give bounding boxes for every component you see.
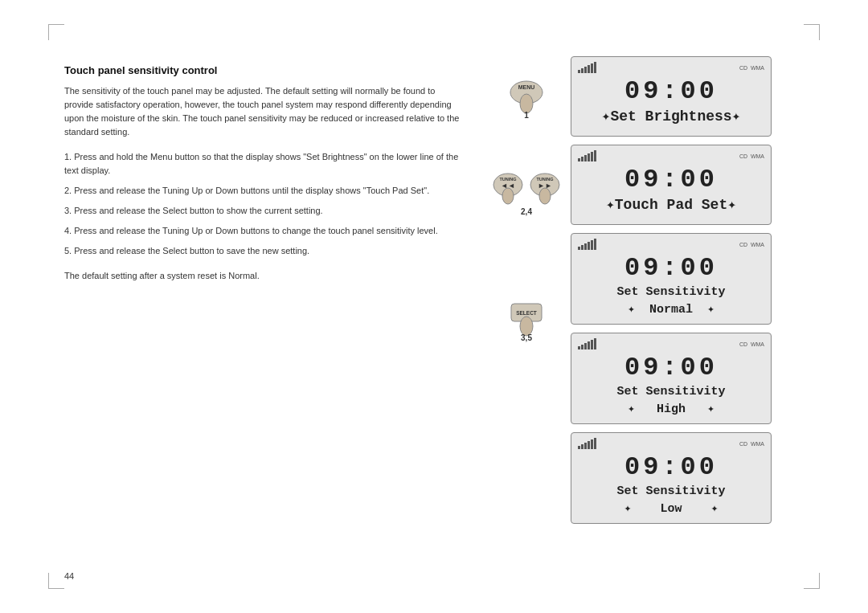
lcd-time-3: 09:00 [578,253,764,283]
lcd-bottom-text-5b: ✦ Low ✦ [578,501,764,517]
menu-button-icon: MENU 1 [497,76,557,129]
step-3: 3. Press and release the Select button t… [64,204,466,218]
lcd-bar [588,153,590,161]
svg-point-7 [502,188,514,204]
svg-text:SELECT: SELECT [516,310,537,316]
step-4: 4. Press and release the Tuning Up or Do… [64,224,466,238]
lcd-icons-right-4: CD WMA [739,341,764,347]
buttons-column: MENU 1 TUNING ◄◄ TUNING ►► [490,56,563,565]
steps-list: 1. Press and hold the Menu button so tha… [64,150,466,258]
lcd-bottom-text-5a: Set Sensitivity [578,484,764,500]
lcd-cd-icon: CD WMA [739,65,764,71]
step-3-text: Press and release the Select button to s… [74,206,322,215]
lcd-bar [578,346,580,349]
lcd-bar [594,239,596,250]
lcd-cd-icon-5: CD WMA [739,441,764,447]
lcd-bar [588,242,590,250]
lcd-cd-icon-2: CD WMA [739,153,764,159]
lcd-bar [578,247,580,250]
step-3-number: 3. [64,206,74,215]
lcd-bottom-text-3b: ✦ Normal ✦ [578,302,764,318]
select-button-diagram: SELECT 3,5 [490,297,563,349]
lcd-cd-icon-3: CD WMA [739,242,764,247]
lcd-indicator-3 [578,239,596,250]
lcd-indicator-2 [578,150,596,161]
corner-mark-tl [48,24,64,40]
step-2-number: 2. [64,186,74,195]
lcd-time-2: 09:00 [578,165,764,194]
step-5-number: 5. [64,246,74,255]
lcd-bar [588,441,590,449]
step-1: 1. Press and hold the Menu button so tha… [64,150,466,178]
lcd-time-5: 09:00 [578,452,764,482]
lcd-display-3: CD WMA 09:00 Set Sensitivity ✦ Normal ✦ [571,233,772,325]
svg-text:3,5: 3,5 [521,333,532,342]
lcd-bar [581,444,583,449]
lcd-bar [594,338,596,349]
corner-mark-br [804,573,820,589]
default-text: The default setting after a system reset… [64,269,466,283]
lcd-bar [578,446,580,449]
lcd-icons-right-2: CD WMA [739,153,764,159]
lcd-bar [591,439,593,449]
lcd-bar [578,70,580,73]
corner-mark-tr [804,24,820,40]
lcd-bottom-text-3a: Set Sensitivity [578,284,764,300]
lcd-indicator-1 [578,62,596,73]
diagram-column: MENU 1 TUNING ◄◄ TUNING ►► [490,48,804,565]
lcd-top-row-2: CD WMA [578,150,764,161]
svg-point-11 [539,188,551,204]
step-1-number: 1. [64,152,74,161]
text-column: Touch panel sensitivity control The sens… [64,48,466,565]
lcd-bars-1 [578,62,596,73]
lcd-time-1: 09:00 [578,76,764,106]
lcd-bottom-text-2: ✦Touch Pad Set✦ [578,196,764,215]
lcd-bar [594,150,596,161]
lcd-bottom-text-4a: Set Sensitivity [578,384,764,400]
lcd-bar [588,341,590,349]
page-number: 44 [64,571,74,581]
lcd-bar [581,245,583,250]
svg-text:2,4: 2,4 [521,207,532,216]
lcd-bar [591,63,593,73]
lcd-icons-right-1: CD WMA [739,65,764,71]
lcd-top-row-4: CD WMA [578,338,764,349]
step-2-text: Press and release the Tuning Up or Down … [74,186,429,195]
lcd-indicator-5 [578,438,596,449]
lcd-display-4: CD WMA 09:00 Set Sensitivity ✦ High ✦ [571,333,772,424]
lcd-bar [584,343,587,349]
tuning-buttons-icon: TUNING ◄◄ TUNING ►► 2,4 [490,165,563,221]
lcd-display-2: CD WMA 09:00 ✦Touch Pad Set✦ [571,145,772,225]
lcd-bar [584,243,587,250]
lcd-bar [594,438,596,449]
lcd-bar [584,443,587,449]
lcd-bar [591,152,593,161]
lcd-bars-4 [578,338,596,349]
lcd-top-row-1: CD WMA [578,62,764,73]
step-1-text: Press and hold the Menu button so that t… [64,152,458,175]
lcd-bar [584,155,587,161]
step-2: 2. Press and release the Tuning Up or Do… [64,184,466,198]
step-4-number: 4. [64,226,74,235]
lcd-bars-2 [578,150,596,161]
lcd-bar [584,67,587,73]
lcd-bottom-text-1: ✦Set Brightness✦ [578,108,764,126]
corner-mark-bl [48,573,64,589]
step-4-text: Press and release the Tuning Up or Down … [74,226,438,235]
intro-text: The sensitivity of the touch panel may b… [64,84,466,139]
displays-column: CD WMA 09:00 ✦Set Brightness✦ [571,56,804,565]
menu-button-diagram: MENU 1 [490,76,563,129]
lcd-icons-right-5: CD WMA [739,441,764,447]
lcd-top-row-5: CD WMA [578,438,764,449]
lcd-top-row-3: CD WMA [578,239,764,250]
lcd-bar [594,62,596,73]
lcd-bars-5 [578,438,596,449]
svg-text:1: 1 [524,111,529,120]
lcd-bar [578,158,580,161]
lcd-time-4: 09:00 [578,353,764,382]
select-button-icon: SELECT 3,5 [497,297,557,349]
lcd-bar [591,340,593,349]
tuning-buttons-diagram: TUNING ◄◄ TUNING ►► 2,4 [490,165,563,221]
lcd-icons-right-3: CD WMA [739,242,764,247]
lcd-bars-3 [578,239,596,250]
